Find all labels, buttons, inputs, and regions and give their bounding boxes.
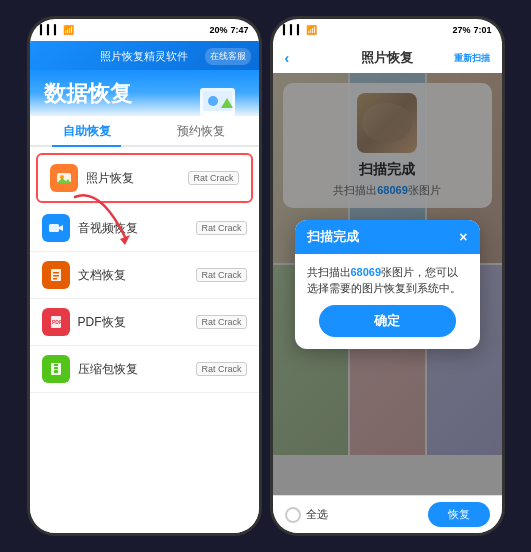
zip-crack-badge: Rat Crack xyxy=(196,362,246,376)
refresh-button[interactable]: 重新扫描 xyxy=(454,52,490,65)
photo-label: 照片恢复 xyxy=(86,170,189,187)
battery-text-2: 27% xyxy=(452,25,470,35)
pdf-label: PDF恢复 xyxy=(78,314,197,331)
phone-2: ▎▎▎ 📶 27% 7:01 ‹ 照片恢复 重新扫描 xyxy=(270,16,505,536)
app-header: 照片恢复精灵软件 在线客服 xyxy=(30,41,259,70)
bottom-bar: 全选 恢复 xyxy=(273,495,502,533)
svg-rect-10 xyxy=(49,224,59,232)
dialog-box: 扫描完成 × 共扫描出68069张图片，您可以选择需要的图片恢复到系统中。 确定 xyxy=(295,220,480,349)
video-crack-badge: Rat Crack xyxy=(196,221,246,235)
app-title: 照片恢复精灵软件 xyxy=(100,49,188,64)
tab-appointment-restore[interactable]: 预约恢复 xyxy=(144,116,259,145)
phone2-header: ‹ 照片恢复 重新扫描 xyxy=(273,41,502,73)
hero-section: 数据恢复 xyxy=(30,70,259,116)
phone2-body: ‹ 照片恢复 重新扫描 扫描完成 共扫描出68069张图片 xyxy=(273,41,502,533)
doc-label: 文档恢复 xyxy=(78,267,197,284)
svg-rect-14 xyxy=(53,275,59,277)
svg-rect-19 xyxy=(54,364,58,366)
pdf-crack-badge: Rat Crack xyxy=(196,315,246,329)
tabs-row: 自助恢复 预约恢复 xyxy=(30,116,259,147)
doc-icon xyxy=(42,261,70,289)
online-service-btn[interactable]: 在线客服 xyxy=(205,48,251,65)
select-all-area[interactable]: 全选 xyxy=(285,507,328,523)
dialog-confirm-button[interactable]: 确定 xyxy=(319,305,456,337)
tab-self-restore[interactable]: 自助恢复 xyxy=(30,116,145,145)
menu-list: 照片恢复 Rat Crack 音视频恢复 Rat C xyxy=(30,147,259,533)
phone1-body: 照片恢复精灵软件 在线客服 数据恢复 自助恢复 xyxy=(30,41,259,533)
status-left: ▎▎▎ 📶 xyxy=(40,25,74,35)
pdf-icon: PDF xyxy=(42,308,70,336)
phone2-title: 照片恢复 xyxy=(361,49,413,67)
phone-1: ▎▎▎ 📶 20% 7:47 照片恢复精灵软件 在线客服 数据恢复 xyxy=(27,16,262,536)
svg-rect-21 xyxy=(54,370,58,373)
dialog-body: 共扫描出68069张图片，您可以选择需要的图片恢复到系统中。 确定 xyxy=(295,254,480,349)
select-all-checkbox[interactable] xyxy=(285,507,301,523)
battery-text: 20% xyxy=(209,25,227,35)
scan-result-area: 扫描完成 共扫描出68069张图片 扫描完成 × 共扫描出68069张图片，您可… xyxy=(273,73,502,495)
wifi-icon-2: 📶 xyxy=(306,25,317,35)
svg-rect-13 xyxy=(53,272,59,274)
status-bar-2: ▎▎▎ 📶 27% 7:01 xyxy=(273,19,502,41)
dialog-title: 扫描完成 xyxy=(307,228,359,246)
status-bar-1: ▎▎▎ 📶 20% 7:47 xyxy=(30,19,259,41)
time-text: 7:47 xyxy=(230,25,248,35)
status-right-2: 27% 7:01 xyxy=(452,25,491,35)
wifi-icon: 📶 xyxy=(63,25,74,35)
doc-crack-badge: Rat Crack xyxy=(196,268,246,282)
status-right: 20% 7:47 xyxy=(209,25,248,35)
zip-label: 压缩包恢复 xyxy=(78,361,197,378)
time-text-2: 7:01 xyxy=(473,25,491,35)
dialog-close-button[interactable]: × xyxy=(459,229,467,245)
menu-item-zip[interactable]: 压缩包恢复 Rat Crack xyxy=(30,346,259,393)
back-button[interactable]: ‹ xyxy=(285,50,290,66)
svg-text:PDF: PDF xyxy=(52,319,62,325)
photo-crack-badge: Rat Crack xyxy=(188,171,238,185)
select-all-label: 全选 xyxy=(306,507,328,522)
dialog-header: 扫描完成 × xyxy=(295,220,480,254)
menu-item-doc[interactable]: 文档恢复 Rat Crack xyxy=(30,252,259,299)
svg-point-2 xyxy=(208,96,218,106)
dialog-overlay: 扫描完成 × 共扫描出68069张图片，您可以选择需要的图片恢复到系统中。 确定 xyxy=(273,73,502,495)
svg-rect-20 xyxy=(54,367,58,369)
menu-item-pdf[interactable]: PDF PDF恢复 Rat Crack xyxy=(30,299,259,346)
svg-rect-15 xyxy=(53,278,57,280)
signal-icon-2: ▎▎▎ xyxy=(283,25,304,35)
hero-title: 数据恢复 xyxy=(44,82,132,106)
restore-button[interactable]: 恢复 xyxy=(428,502,490,527)
zip-icon xyxy=(42,355,70,383)
signal-icon: ▎▎▎ xyxy=(40,25,61,35)
status-left-2: ▎▎▎ 📶 xyxy=(283,25,317,35)
